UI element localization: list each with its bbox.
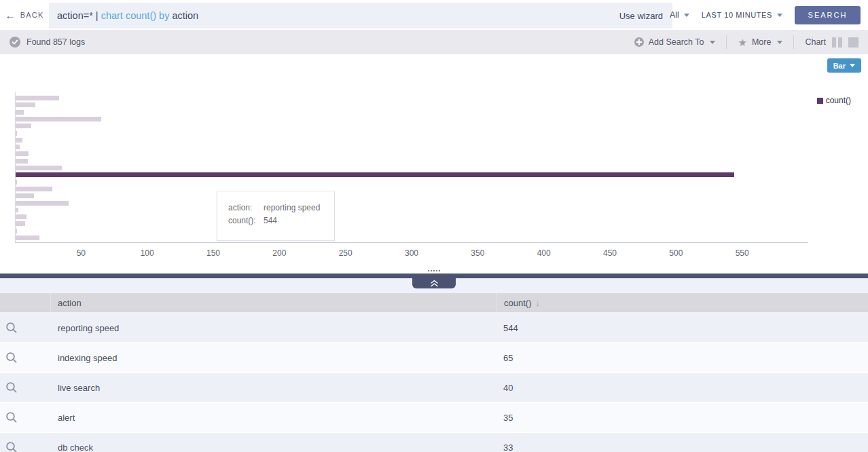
x-tick-label: 500 xyxy=(669,248,683,258)
bar[interactable] xyxy=(16,166,62,170)
bar[interactable] xyxy=(16,180,17,185)
sort-desc-icon: ↓ xyxy=(535,298,540,308)
x-tick-label: 400 xyxy=(537,248,551,258)
add-search-to-dropdown[interactable]: Add Search To xyxy=(623,37,727,47)
bar-highlighted[interactable] xyxy=(16,172,734,177)
bar[interactable] xyxy=(16,124,31,128)
chevron-down-icon xyxy=(684,14,689,17)
count-column-header[interactable]: count() ↓ xyxy=(496,293,868,312)
chart-type-dropdown[interactable]: Bar xyxy=(827,58,861,73)
x-axis-ticks: 50100150200250300350400450500550 xyxy=(15,248,808,259)
x-tick-label: 200 xyxy=(272,248,286,258)
bar[interactable] xyxy=(16,151,29,156)
magnifier-icon xyxy=(5,352,18,364)
x-tick-label: 100 xyxy=(141,248,154,258)
bar[interactable] xyxy=(16,110,24,115)
search-query-text: action=* | chart count() by action xyxy=(57,10,198,21)
double-chevron-up-icon xyxy=(430,280,439,287)
count-cell: 35 xyxy=(496,403,868,432)
x-tick-label: 550 xyxy=(736,248,749,258)
bar[interactable] xyxy=(16,208,18,212)
action-cell: indexing speed xyxy=(51,353,496,363)
search-row-button[interactable] xyxy=(5,381,18,394)
action-column-header[interactable]: action xyxy=(51,293,496,312)
grip-dots-icon xyxy=(428,270,440,271)
x-tick-label: 350 xyxy=(471,248,484,258)
action-cell: db check xyxy=(51,442,496,452)
x-tick-label: 250 xyxy=(339,248,352,258)
chevron-down-icon xyxy=(710,41,715,44)
x-tick-label: 50 xyxy=(77,248,86,258)
search-query-input[interactable]: action=* | chart count() by action Use w… xyxy=(49,3,672,29)
results-toolbar: Found 857 logs Add Search To ★ More Char… xyxy=(0,30,868,54)
bar[interactable] xyxy=(16,159,28,164)
scope-dropdown[interactable]: All xyxy=(670,10,689,20)
chevron-down-icon xyxy=(850,64,855,67)
search-row-button[interactable] xyxy=(5,352,18,364)
search-row-button[interactable] xyxy=(5,411,18,423)
table-row[interactable]: reporting speed 544 xyxy=(0,314,868,343)
table-row[interactable]: live search 40 xyxy=(0,373,868,403)
bar[interactable] xyxy=(16,221,25,226)
count-cell: 40 xyxy=(496,373,868,402)
bar[interactable] xyxy=(16,214,26,219)
count-cell: 33 xyxy=(496,433,868,452)
legend-swatch xyxy=(817,98,823,104)
icon-column-header xyxy=(0,293,51,312)
bar[interactable] xyxy=(16,229,17,233)
action-cell: alert xyxy=(51,413,496,423)
search-button[interactable]: SEARCH xyxy=(795,6,861,24)
bar[interactable] xyxy=(16,102,35,107)
use-wizard-link[interactable]: Use wizard xyxy=(619,11,663,21)
split-view-icon[interactable] xyxy=(832,37,842,48)
bar[interactable] xyxy=(16,117,101,121)
table-row[interactable]: indexing speed 65 xyxy=(0,343,868,373)
chevron-down-icon xyxy=(777,41,782,44)
time-range-dropdown[interactable]: LAST 10 MINUTES xyxy=(702,11,782,19)
bar[interactable] xyxy=(16,236,39,240)
magnifier-icon xyxy=(5,381,18,394)
panel-splitter[interactable] xyxy=(0,274,868,278)
magnifier-icon xyxy=(5,322,18,334)
magnifier-icon xyxy=(5,441,18,452)
chevron-down-icon xyxy=(777,14,782,17)
search-row-button[interactable] xyxy=(5,322,18,334)
magnifier-icon xyxy=(5,411,18,423)
topbar-right-controls: All LAST 10 MINUTES SEARCH xyxy=(670,0,868,30)
plot-area xyxy=(15,92,808,243)
chart-tooltip: action:reporting speed count():544 xyxy=(217,191,335,241)
bar[interactable] xyxy=(16,96,59,100)
table-header: action count() ↓ xyxy=(0,293,868,314)
bar[interactable] xyxy=(16,187,52,191)
x-tick-label: 450 xyxy=(603,248,617,258)
bar[interactable] xyxy=(16,145,20,149)
count-cell: 544 xyxy=(496,314,868,342)
search-row-button[interactable] xyxy=(5,441,18,452)
top-search-bar: ← BACK action=* | chart count() by actio… xyxy=(0,0,868,30)
full-view-icon[interactable] xyxy=(848,37,858,48)
back-label: BACK xyxy=(20,11,44,19)
chart-legend: count() xyxy=(817,96,851,105)
plus-circle-icon xyxy=(634,37,644,47)
bar[interactable] xyxy=(16,201,69,206)
table-row[interactable]: alert 35 xyxy=(0,403,868,433)
legend-label: count() xyxy=(826,96,851,105)
found-logs-status: Found 857 logs xyxy=(26,37,85,47)
back-arrow-icon: ← xyxy=(5,10,16,20)
star-icon: ★ xyxy=(738,37,746,48)
more-dropdown[interactable]: ★ More xyxy=(727,37,793,48)
action-cell: live search xyxy=(51,383,496,393)
chart-panel: Bar count() 5010015020025030035040045050… xyxy=(0,54,868,274)
bar[interactable] xyxy=(16,193,34,198)
action-cell: reporting speed xyxy=(51,323,496,333)
collapse-chart-button[interactable] xyxy=(412,278,456,288)
back-button[interactable]: ← BACK xyxy=(0,10,49,20)
x-tick-label: 150 xyxy=(206,248,220,258)
x-tick-label: 300 xyxy=(405,248,418,258)
table-row[interactable]: db check 33 xyxy=(0,433,868,452)
check-circle-icon xyxy=(10,37,20,48)
chart-view-label: Chart xyxy=(805,37,826,47)
bar[interactable] xyxy=(16,138,22,143)
bar[interactable] xyxy=(16,131,17,136)
count-cell: 65 xyxy=(496,343,868,372)
